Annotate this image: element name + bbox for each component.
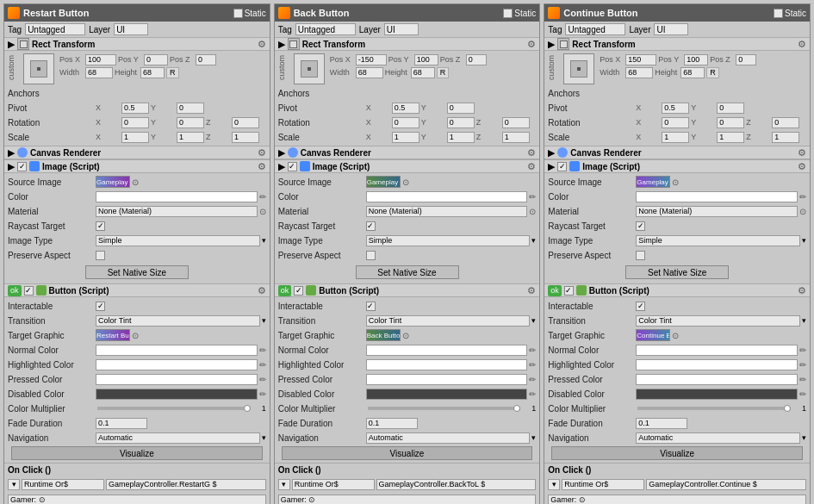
event-dropdown-continue[interactable]: ▾ [548, 479, 560, 490]
source-image-thumb-back[interactable]: Gameplay Menu_C [366, 176, 401, 188]
set-native-btn-restart[interactable]: Set Native Size [85, 265, 189, 279]
pressed-back[interactable] [366, 374, 528, 385]
pos-z-input[interactable] [196, 54, 216, 65]
scale-z[interactable] [232, 132, 259, 143]
object-back[interactable]: Gamer: ⊙ [278, 495, 537, 505]
pos-x-cont[interactable] [625, 54, 656, 65]
rect-gear[interactable]: ⚙ [258, 39, 266, 50]
target-graphic-restart[interactable]: Restart Button (In [96, 329, 130, 341]
rot-z-back[interactable] [502, 117, 530, 128]
rot-y-cont[interactable] [717, 117, 744, 128]
normal-color-back[interactable] [366, 345, 528, 356]
raycast-checkbox-restart[interactable] [96, 221, 105, 231]
button-enable-continue[interactable] [564, 286, 574, 296]
runtime-back[interactable]: Runtime Or$ [292, 479, 375, 490]
scale-x-back[interactable] [392, 132, 419, 143]
object-continue[interactable]: Gamer: ⊙ [548, 495, 806, 505]
preserve-continue[interactable] [636, 251, 645, 260]
pivot-x-cont[interactable] [662, 103, 689, 114]
image-enable-back[interactable] [288, 162, 297, 171]
pos-x-input[interactable] [85, 54, 116, 65]
image-type-field-restart[interactable]: Simple [96, 235, 260, 246]
object-restart[interactable]: Gamer: ⊙ [8, 495, 266, 505]
transition-continue[interactable]: Color Tint [636, 315, 800, 327]
pos-y-cont[interactable] [684, 54, 708, 65]
pen-back[interactable]: ✏ [529, 192, 536, 202]
mat-circle[interactable]: ⊙ [259, 207, 266, 216]
highlighted-continue[interactable] [636, 359, 798, 370]
image-color-restart[interactable] [96, 191, 258, 202]
pen-icon[interactable]: ✏ [259, 192, 266, 202]
pivot-x[interactable] [121, 103, 149, 114]
rot-y-back[interactable] [447, 117, 475, 128]
layer-select[interactable]: UI [114, 23, 148, 35]
canvas-gear-back[interactable]: ⚙ [527, 147, 536, 159]
function-restart[interactable]: GameplayController.RestartG $ [106, 479, 266, 490]
interactable-restart[interactable] [96, 302, 105, 311]
image-gear[interactable]: ⚙ [258, 161, 266, 172]
rect-transform-continue[interactable]: ▶ Rect Transform ⚙ [544, 37, 810, 51]
pressed-continue[interactable] [636, 374, 798, 385]
material-continue[interactable]: None (Material) [636, 206, 798, 217]
tag-select-continue[interactable]: Untagged [565, 23, 625, 35]
rect-preview-back[interactable] [294, 53, 325, 84]
image-color-back[interactable] [366, 191, 528, 202]
rot-y[interactable] [177, 117, 204, 128]
scale-z-back[interactable] [502, 132, 530, 143]
button-gear-back[interactable]: ⚙ [527, 285, 536, 296]
button-script-section-restart[interactable]: ok Button (Script) ⚙ [4, 283, 270, 297]
image-color-continue[interactable] [636, 191, 798, 202]
height-back[interactable] [411, 67, 435, 78]
fade-continue[interactable] [636, 418, 687, 429]
raycast-back[interactable] [366, 221, 376, 231]
r-button-cont[interactable]: R [706, 67, 719, 78]
function-back[interactable]: GameplayController.BackToL $ [376, 479, 537, 490]
rot-x-back[interactable] [392, 117, 419, 128]
nav-back[interactable]: Automatic [366, 432, 531, 444]
normal-continue[interactable] [636, 345, 798, 356]
pos-z-cont[interactable] [736, 54, 756, 65]
scale-x[interactable] [121, 132, 149, 143]
pivot-y-back[interactable] [447, 103, 475, 114]
pos-y-back[interactable] [414, 54, 438, 65]
pen2[interactable]: ✏ [259, 360, 266, 370]
visualize-btn-restart[interactable]: Visualize [11, 446, 263, 460]
tag-select-back[interactable]: Untagged [295, 23, 356, 35]
static-checkbox[interactable] [233, 9, 243, 18]
button-gear-restart[interactable]: ⚙ [258, 285, 266, 296]
rot-z-cont[interactable] [772, 117, 799, 128]
fade-back[interactable] [366, 418, 418, 429]
image-gear-back[interactable]: ⚙ [527, 161, 536, 172]
event-dropdown[interactable]: ▾ [8, 479, 20, 490]
raycast-continue[interactable] [636, 221, 645, 231]
height-input[interactable] [140, 67, 165, 78]
source-image-thumb-continue[interactable]: Gameplay Menu_ [636, 176, 670, 188]
tg-circle-restart[interactable]: ⊙ [132, 331, 139, 340]
button-script-back[interactable]: ok Button (Script) ⚙ [275, 283, 540, 297]
scale-y-cont[interactable] [717, 132, 744, 143]
image-type-continue[interactable]: Simple [636, 235, 800, 246]
pen4[interactable]: ✏ [259, 389, 266, 399]
rot-z[interactable] [232, 117, 259, 128]
disabled-back[interactable] [366, 389, 528, 400]
rect-preview-continue[interactable] [563, 53, 594, 84]
pivot-x-back[interactable] [392, 103, 419, 114]
set-native-back[interactable]: Set Native Size [356, 265, 459, 279]
static-checkbox-continue[interactable] [774, 9, 783, 18]
image-script-section-restart[interactable]: ▶ Image (Script) ⚙ [4, 159, 270, 173]
height-cont[interactable] [680, 67, 705, 78]
pos-z-back[interactable] [466, 54, 487, 65]
pen3[interactable]: ✏ [259, 375, 266, 384]
button-script-continue[interactable]: ok Button (Script) ⚙ [544, 283, 810, 297]
pen1[interactable]: ✏ [259, 345, 266, 355]
pos-y-input[interactable] [144, 54, 168, 65]
slider-continue[interactable] [637, 407, 791, 410]
rot-x[interactable] [121, 117, 149, 128]
transition-restart[interactable]: Color Tint [96, 315, 260, 327]
source-circle[interactable]: ⊙ [132, 177, 139, 187]
color-mult-slider-restart[interactable] [97, 407, 251, 410]
target-graphic-continue[interactable]: Continue Button ( [636, 329, 670, 341]
button-gear-continue[interactable]: ⚙ [798, 285, 806, 296]
rect-gear-continue[interactable]: ⚙ [798, 39, 806, 50]
image-enable-checkbox[interactable] [17, 162, 27, 171]
